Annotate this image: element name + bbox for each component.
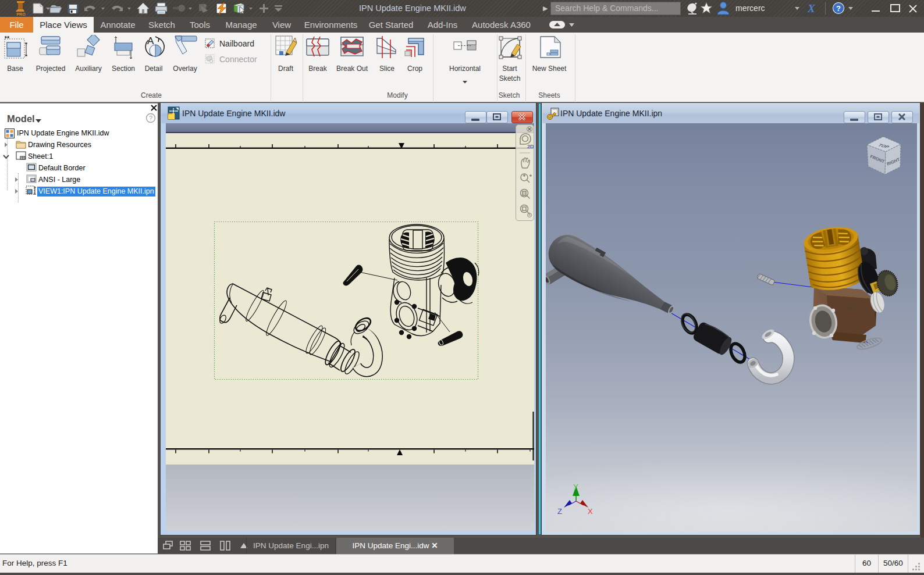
svg-text:A: A [147,35,154,47]
svg-text:X: X [807,2,816,15]
svg-text:Z: Z [557,507,562,516]
svg-text:Y: Y [573,483,578,491]
svg-text:12: 12 [844,302,853,311]
svg-text:2D: 2D [527,144,534,149]
svg-text:PRO: PRO [16,12,26,16]
svg-text:mercerc: mercerc [735,3,765,13]
svg-text:?: ? [149,115,152,122]
svg-text:?: ? [836,4,841,13]
svg-text:X: X [588,507,593,516]
